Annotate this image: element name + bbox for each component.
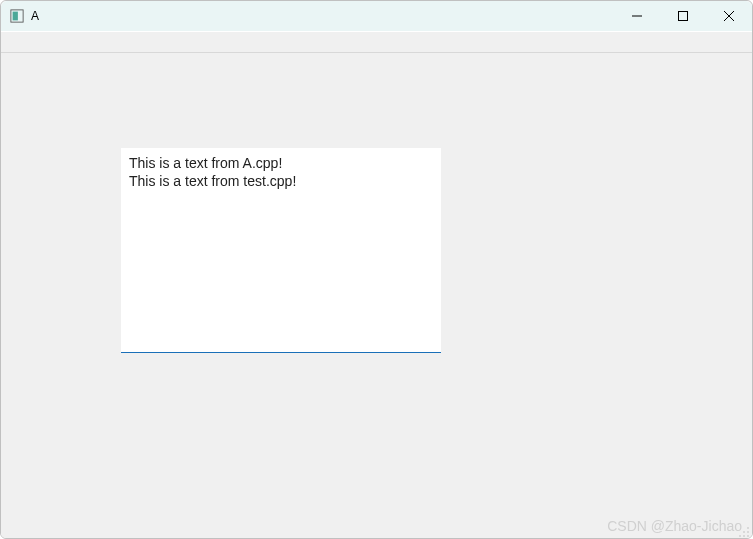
text-edit[interactable]: This is a text from A.cpp! This is a tex…: [121, 148, 441, 353]
svg-point-6: [747, 527, 749, 529]
maximize-button[interactable]: [660, 1, 706, 31]
minimize-button[interactable]: [614, 1, 660, 31]
window-title: A: [31, 9, 614, 23]
svg-rect-3: [679, 12, 688, 21]
app-icon: [9, 8, 25, 24]
client-area: This is a text from A.cpp! This is a tex…: [1, 53, 752, 538]
menubar: [1, 31, 752, 53]
close-button[interactable]: [706, 1, 752, 31]
svg-rect-1: [13, 12, 18, 21]
titlebar[interactable]: A: [1, 1, 752, 31]
window-controls: [614, 1, 752, 31]
svg-point-10: [743, 535, 745, 537]
resize-grip-icon[interactable]: [738, 524, 750, 536]
svg-point-7: [747, 531, 749, 533]
svg-point-8: [743, 531, 745, 533]
svg-point-11: [739, 535, 741, 537]
svg-point-9: [747, 535, 749, 537]
